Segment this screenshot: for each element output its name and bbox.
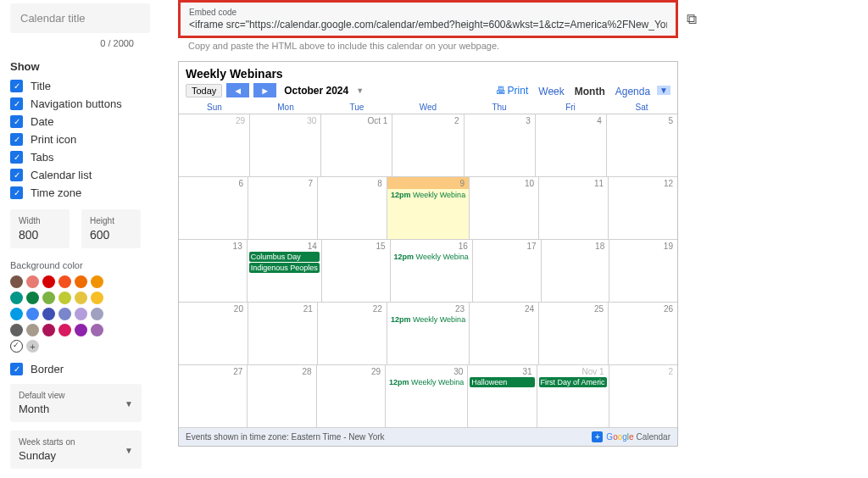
view-tab-agenda[interactable]: Agenda	[610, 84, 655, 99]
checkbox-tabs[interactable]: ✓	[10, 151, 23, 164]
color-swatch[interactable]	[10, 292, 23, 304]
color-swatch[interactable]	[26, 275, 39, 288]
color-swatch[interactable]	[91, 324, 103, 336]
color-swatch[interactable]	[26, 324, 39, 336]
day-cell[interactable]: 3012pm Weekly Webina	[386, 365, 468, 427]
day-cell[interactable]: 24	[470, 303, 539, 364]
day-cell[interactable]: 25	[539, 303, 609, 364]
checkbox-calendar-list[interactable]: ✓	[10, 169, 23, 181]
google-calendar-link[interactable]: + Google Calendar	[592, 431, 670, 442]
day-cell[interactable]: 15	[322, 240, 391, 302]
day-cell[interactable]: 21	[248, 303, 318, 364]
day-cell[interactable]: 7	[248, 177, 318, 239]
default-view-dropdown[interactable]: Default view Month ▼	[10, 384, 142, 422]
height-input[interactable]: Height 600	[81, 209, 141, 248]
day-cell[interactable]: 6	[179, 177, 248, 239]
width-input[interactable]: Width 800	[10, 209, 70, 248]
next-button[interactable]: ►	[253, 83, 276, 97]
day-cell[interactable]: 20	[179, 303, 248, 364]
calendar-title: Weekly Webinars	[186, 67, 670, 81]
day-cell[interactable]: 17	[473, 240, 542, 302]
color-swatch[interactable]	[58, 324, 71, 336]
checkbox-navigation-buttons[interactable]: ✓	[10, 97, 23, 110]
checkbox-date[interactable]: ✓	[10, 115, 23, 128]
day-cell[interactable]: 11	[539, 177, 609, 239]
day-cell[interactable]: 30	[250, 114, 321, 176]
day-cell[interactable]: 8	[318, 177, 387, 239]
color-swatch-selected[interactable]	[10, 340, 23, 353]
color-swatch[interactable]	[91, 292, 103, 304]
day-cell[interactable]: 26	[609, 303, 677, 364]
day-cell[interactable]: 29	[317, 365, 386, 427]
calendar-event[interactable]: Indigenous Peoples	[249, 263, 320, 273]
color-swatch[interactable]	[42, 308, 55, 320]
checkbox-time-zone[interactable]: ✓	[10, 186, 23, 199]
calendar-event[interactable]: 12pm Weekly Webina	[389, 190, 467, 200]
color-swatch[interactable]	[58, 275, 71, 288]
calendar-event[interactable]: Halloween	[470, 377, 534, 387]
calendar-event[interactable]: 12pm Weekly Webina	[392, 252, 470, 262]
agenda-expand-icon[interactable]: ▼	[657, 86, 670, 95]
border-checkbox[interactable]: ✓	[10, 363, 23, 375]
day-number: 25	[541, 304, 606, 314]
checkbox-print-icon[interactable]: ✓	[10, 133, 23, 146]
color-swatch[interactable]	[91, 275, 103, 288]
color-swatch[interactable]	[10, 324, 23, 336]
color-swatch[interactable]	[75, 292, 87, 304]
prev-button[interactable]: ◄	[226, 83, 249, 97]
chevron-down-icon: ▼	[125, 445, 133, 454]
view-tab-month[interactable]: Month	[570, 84, 610, 99]
day-cell[interactable]: 2312pm Weekly Webina	[387, 303, 470, 364]
color-swatch[interactable]	[26, 308, 39, 320]
day-cell[interactable]: 1612pm Weekly Webina	[391, 240, 473, 302]
copy-icon[interactable]: ⧉	[687, 11, 697, 28]
color-swatch[interactable]	[10, 275, 23, 288]
day-cell[interactable]: 19	[609, 240, 677, 302]
day-cell[interactable]: 2	[392, 114, 464, 176]
day-cell[interactable]: 18	[542, 240, 610, 302]
color-swatch[interactable]	[75, 324, 87, 336]
color-swatch[interactable]	[26, 292, 39, 304]
day-cell[interactable]: 4	[536, 114, 607, 176]
calendar-event[interactable]: 12pm Weekly Webina	[387, 377, 465, 387]
day-cell[interactable]: 912pm Weekly Webina	[387, 177, 470, 239]
color-swatch[interactable]	[75, 308, 87, 320]
color-swatch[interactable]	[42, 275, 55, 288]
day-cell[interactable]: Oct 1	[321, 114, 392, 176]
day-cell[interactable]: 12	[609, 177, 677, 239]
day-cell[interactable]: 10	[470, 177, 539, 239]
day-cell[interactable]: Nov 1First Day of Americ	[537, 365, 609, 427]
day-cell[interactable]: 27	[179, 365, 248, 427]
color-swatch[interactable]	[58, 292, 71, 304]
day-cell[interactable]: 14Columbus DayIndigenous Peoples	[248, 240, 322, 302]
calendar-title-input[interactable]	[10, 3, 150, 33]
add-color-button[interactable]: +	[26, 340, 39, 353]
color-swatch[interactable]	[58, 308, 71, 320]
day-header: Sat	[606, 101, 677, 114]
today-button[interactable]: Today	[186, 84, 222, 97]
calendar-event[interactable]: Columbus Day	[249, 252, 320, 262]
color-swatch[interactable]	[10, 308, 23, 320]
color-swatch[interactable]	[91, 308, 103, 320]
print-button[interactable]: 🖶 Print	[496, 85, 529, 97]
day-cell[interactable]: 28	[248, 365, 316, 427]
day-cell[interactable]: 3	[465, 114, 536, 176]
chevron-down-icon[interactable]: ▼	[356, 86, 364, 95]
day-cell[interactable]: 2	[609, 365, 677, 427]
day-cell[interactable]: 29	[179, 114, 250, 176]
checkbox-title[interactable]: ✓	[10, 80, 23, 92]
week-starts-dropdown[interactable]: Week starts on Sunday ▼	[10, 431, 142, 469]
day-number: 31	[470, 367, 534, 376]
color-swatch[interactable]	[75, 275, 87, 288]
day-cell[interactable]: 13	[179, 240, 248, 302]
day-cell[interactable]: 5	[607, 114, 677, 176]
day-cell[interactable]: 31Halloween	[468, 365, 537, 427]
day-cell[interactable]: 22	[318, 303, 387, 364]
calendar-event[interactable]: 12pm Weekly Webina	[389, 314, 467, 325]
color-swatch[interactable]	[42, 292, 55, 304]
calendar-preview: Weekly Webinars Today ◄ ► October 2024 ▼…	[178, 61, 678, 447]
embed-code-box[interactable]: Embed code <iframe src="https://calendar…	[178, 0, 678, 38]
color-swatch[interactable]	[42, 324, 55, 336]
view-tab-week[interactable]: Week	[533, 84, 569, 99]
calendar-event[interactable]: First Day of Americ	[539, 377, 607, 387]
